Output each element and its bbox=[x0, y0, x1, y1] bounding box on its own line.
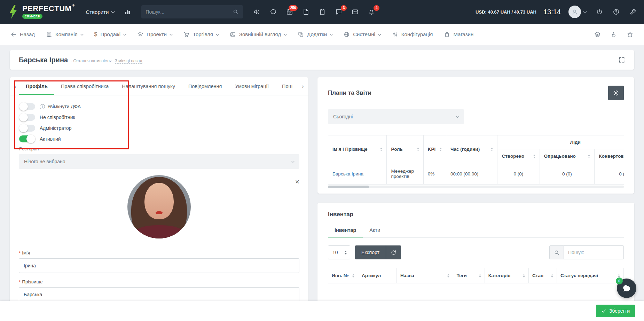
dollar-icon: $ bbox=[94, 32, 97, 37]
tab-employee-rights[interactable]: Права співробітника bbox=[54, 77, 115, 95]
nav-store[interactable]: Магазин bbox=[444, 31, 473, 38]
save-button[interactable]: Зберегти bbox=[596, 305, 635, 317]
right-column: Плани та Звіти Сьогодні Імʼя і Прізвище … bbox=[317, 77, 634, 321]
brand-sub-badge: CRM•ERP bbox=[22, 14, 42, 19]
toggle-administrator[interactable] bbox=[19, 125, 35, 132]
stack-button[interactable] bbox=[594, 31, 601, 38]
mail-button[interactable] bbox=[352, 8, 359, 15]
col-leads-created[interactable]: Створено bbox=[497, 149, 540, 163]
nav-back[interactable]: Назад bbox=[10, 31, 35, 38]
comments-button[interactable] bbox=[270, 8, 277, 15]
flame-icon bbox=[610, 31, 617, 38]
toggle-not-employee[interactable] bbox=[19, 114, 35, 121]
col-tags[interactable]: Теги bbox=[453, 268, 485, 283]
inventory-table: Инв. № Артикул Назва Теги Категорія Стан… bbox=[328, 268, 624, 283]
last-name-label: Прізвище bbox=[22, 279, 43, 284]
user-menu[interactable] bbox=[568, 6, 586, 18]
tasks-badge: 256 bbox=[289, 5, 298, 11]
support-chat-button[interactable]: 0 bbox=[617, 279, 636, 298]
search-input[interactable] bbox=[146, 9, 233, 15]
nav-addons[interactable]: Додатки bbox=[298, 31, 332, 38]
remove-photo-icon[interactable]: × bbox=[295, 178, 299, 185]
scrollbar-thumb[interactable] bbox=[328, 186, 369, 188]
nav-configuration[interactable]: Конфігурація bbox=[392, 31, 433, 38]
col-title[interactable]: Назва bbox=[397, 268, 453, 283]
col-role[interactable]: Роль bbox=[387, 135, 423, 163]
col-name[interactable]: Імʼя і Прізвище bbox=[328, 135, 387, 163]
tab-migration-terms[interactable]: Умови міграції bbox=[228, 77, 275, 95]
page-title: Барська Ірина bbox=[19, 56, 68, 64]
fullscreen-button[interactable] bbox=[618, 56, 625, 63]
col-leads-converted[interactable]: Конвертовано bbox=[595, 149, 624, 163]
toggle-2fa[interactable] bbox=[19, 103, 35, 110]
bag-icon bbox=[444, 31, 450, 38]
search-icon[interactable] bbox=[233, 9, 239, 15]
nav-system[interactable]: Системні bbox=[344, 31, 381, 38]
brand-logo[interactable]: PERFECTUM® CRM•ERP bbox=[8, 5, 75, 19]
inventory-tabs: Інвентар Акти bbox=[328, 223, 624, 238]
clipboard-button[interactable] bbox=[319, 8, 326, 15]
activity-value[interactable]: 3 місяці назад bbox=[115, 58, 142, 64]
plans-settings-button[interactable] bbox=[608, 86, 624, 100]
stack-icon bbox=[594, 31, 601, 38]
restaurant-select[interactable]: Нічого не вибрано bbox=[19, 154, 299, 169]
logout-button[interactable] bbox=[596, 8, 603, 15]
employee-link[interactable]: Барська Ірина bbox=[332, 171, 363, 177]
tab-acts[interactable]: Акти bbox=[363, 223, 387, 237]
favorites-button[interactable] bbox=[627, 31, 634, 38]
chat-button[interactable]: 3 bbox=[335, 8, 342, 15]
tabs-scroll-left-icon[interactable]: ‹ bbox=[12, 77, 19, 95]
inventory-search-button[interactable] bbox=[549, 245, 564, 259]
page-size-select[interactable]: 10 bbox=[328, 245, 350, 259]
col-state[interactable]: Стан bbox=[529, 268, 557, 283]
refresh-button[interactable] bbox=[386, 245, 401, 259]
tab-profile[interactable]: Профіль bbox=[19, 77, 54, 95]
tab-search-settings[interactable]: Налаштування пошуку bbox=[115, 77, 182, 95]
volume-icon bbox=[253, 8, 260, 15]
period-select[interactable]: Сьогодні bbox=[328, 109, 464, 124]
role-cell: Менеджер проектів bbox=[387, 163, 423, 185]
help-button[interactable] bbox=[613, 8, 620, 15]
nav-company[interactable]: Компанія bbox=[46, 31, 83, 38]
nav-sales[interactable]: $Продажі bbox=[94, 31, 126, 37]
tab-inventory[interactable]: Інвентар bbox=[328, 223, 363, 237]
toggle-active[interactable] bbox=[19, 135, 35, 142]
col-category[interactable]: Категорія bbox=[485, 268, 528, 283]
nav-projects[interactable]: Проекти bbox=[137, 31, 172, 38]
nav-trade[interactable]: Торгівля bbox=[183, 31, 219, 38]
notifications-button[interactable]: 4 bbox=[368, 8, 375, 15]
horizontal-scrollbar[interactable] bbox=[328, 186, 624, 188]
first-name-input[interactable] bbox=[19, 258, 299, 273]
avatar bbox=[568, 6, 581, 18]
tabs-scroll-right-icon[interactable]: › bbox=[299, 77, 306, 95]
col-kpi[interactable]: KPI bbox=[423, 135, 446, 163]
hot-button[interactable] bbox=[610, 31, 617, 38]
sound-button[interactable] bbox=[253, 8, 260, 15]
col-transfer-status[interactable]: Статус передачі bbox=[557, 268, 623, 283]
tab-messages[interactable]: Повідомлення bbox=[182, 77, 228, 95]
mail-icon bbox=[352, 8, 359, 15]
col-inv-number[interactable]: Инв. № bbox=[328, 268, 358, 283]
create-button[interactable]: Створити bbox=[86, 9, 115, 15]
employee-photo[interactable] bbox=[127, 175, 191, 238]
toggle-row: iУвімкнути ДФА bbox=[19, 103, 299, 110]
tab-truncated[interactable]: Пош bbox=[275, 77, 299, 95]
tools-button[interactable] bbox=[629, 8, 636, 15]
chat-badge: 3 bbox=[341, 5, 347, 11]
export-button[interactable]: Експорт bbox=[355, 245, 386, 259]
col-sku[interactable]: Артикул bbox=[358, 268, 396, 283]
sort-icon bbox=[440, 148, 442, 151]
chevron-down-icon bbox=[169, 32, 173, 36]
tasks-button[interactable]: 256 bbox=[286, 8, 293, 15]
documents-button[interactable] bbox=[303, 8, 309, 15]
last-name-input[interactable] bbox=[19, 287, 299, 302]
chevron-down-icon bbox=[330, 32, 333, 36]
inventory-search-input[interactable] bbox=[564, 245, 624, 259]
col-time[interactable]: Час (години) bbox=[446, 135, 497, 163]
stats-button[interactable] bbox=[124, 8, 131, 15]
layers-icon bbox=[137, 31, 143, 38]
col-leads-processed[interactable]: Опрацьовано bbox=[540, 149, 595, 163]
nav-appearance[interactable]: Зовнішній вигляд bbox=[230, 31, 286, 38]
profile-tabs: ‹ Профіль Права співробітника Налаштуван… bbox=[10, 77, 308, 95]
document-icon bbox=[303, 8, 309, 15]
